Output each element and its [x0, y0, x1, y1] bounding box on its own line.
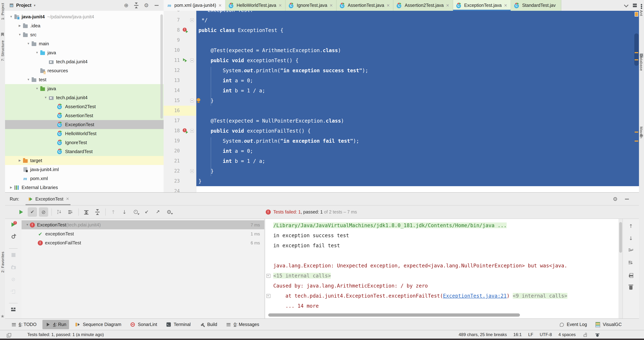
- tree-item-java-junit4-iml[interactable]: java-junit4.iml: [5, 165, 164, 174]
- tool-window-switcher-icon[interactable]: [6, 332, 12, 338]
- tree-item-assertion2test[interactable]: Assertion2Test: [5, 102, 164, 111]
- run-tab-exceptiontest[interactable]: ExceptionTest ✕: [26, 193, 71, 205]
- ant-icon[interactable]: [638, 3, 644, 9]
- sidebar-item-database[interactable]: Database: [639, 54, 644, 71]
- jump-up-icon[interactable]: [628, 223, 634, 229]
- sidebar-item-ant[interactable]: Ant: [639, 10, 644, 16]
- kill-icon[interactable]: [10, 276, 16, 282]
- tree-item-exceptiontest[interactable]: ExceptionTest: [5, 120, 164, 129]
- collapse-all-icon[interactable]: [134, 2, 139, 8]
- close-icon[interactable]: ✕: [446, 3, 450, 8]
- close-icon[interactable]: ✕: [386, 3, 390, 8]
- close-icon[interactable]: ✕: [504, 3, 507, 8]
- editor-error-stripe[interactable]: [634, 11, 639, 192]
- chevron-expanded-icon[interactable]: ▼: [34, 87, 40, 90]
- tree-item-resources[interactable]: resources: [5, 66, 164, 75]
- file-encoding[interactable]: UTF-8: [540, 332, 552, 337]
- rerun-failed-icon[interactable]: [10, 222, 16, 228]
- tab-list-icon[interactable]: [632, 2, 638, 8]
- sidebar-item-structure[interactable]: 7: Structure: [0, 40, 5, 61]
- jump-down-icon[interactable]: [628, 235, 634, 241]
- sidebar-item-favorites[interactable]: 2: Favorites: [0, 252, 5, 273]
- tab-assertiontest-java[interactable]: AssertionTest.java✕: [336, 0, 394, 11]
- rerun-play-button[interactable]: [16, 207, 26, 217]
- test-row-exceptionfailtest[interactable]: exceptionFailTest6 ms: [22, 238, 264, 247]
- project-tree-scrollbar[interactable]: [160, 14, 163, 119]
- chevron-down-icon[interactable]: ▼: [33, 4, 36, 7]
- selection-info[interactable]: 489 chars, 25 line breaks: [459, 332, 507, 337]
- expand-plus-icon[interactable]: [266, 294, 270, 298]
- sort-duration-button[interactable]: [66, 207, 75, 217]
- layout-icon[interactable]: [10, 307, 16, 312]
- code-editor[interactable]: 6 * Exception Test.7 */8public class Exc…: [164, 11, 639, 192]
- soft-wrap-icon[interactable]: [628, 248, 634, 253]
- sidebar-item-maven[interactable]: Maven: [639, 126, 644, 138]
- stop-icon[interactable]: [10, 252, 16, 258]
- tree-item-java-junit4[interactable]: ▼java-junit4~/pdai/www/java-junit4: [5, 12, 164, 21]
- project-panel-title[interactable]: Project: [16, 3, 32, 8]
- toolwindow-button-run[interactable]: 4: Run: [42, 320, 69, 329]
- tree-item-main[interactable]: ▼main: [5, 39, 164, 48]
- chevron-expanded-icon[interactable]: ▼: [9, 15, 14, 18]
- close-icon[interactable]: ✕: [218, 3, 222, 8]
- chevron-expanded-icon[interactable]: ▼: [26, 78, 31, 81]
- tree-item-tech-pdai-junit4[interactable]: ▼tech.pdai.junit4: [5, 93, 164, 102]
- chevron-collapsed-icon[interactable]: ▶: [17, 159, 22, 162]
- console-vertical-scrollbar[interactable]: [619, 222, 622, 253]
- fail-run-icon[interactable]: [182, 27, 188, 33]
- collapse-all-button[interactable]: [93, 207, 102, 217]
- indent-info[interactable]: 4 spaces: [558, 332, 576, 337]
- next-failed-button[interactable]: [120, 207, 129, 217]
- tree-item-assertiontest[interactable]: AssertionTest: [5, 111, 164, 120]
- console-output[interactable]: /Library/Java/JavaVirtualMachines/jdk1.8…: [265, 219, 618, 319]
- prev-failed-button[interactable]: [108, 207, 118, 217]
- tab-standardtest-jav[interactable]: StandardTest.jav: [511, 0, 561, 11]
- tree-item-test[interactable]: ▼test: [5, 75, 164, 84]
- history-button[interactable]: [131, 207, 140, 217]
- fold-marker-icon[interactable]: [190, 18, 194, 22]
- show-passed-button[interactable]: [28, 207, 37, 217]
- tree-item-standardtest[interactable]: StandardTest: [5, 147, 164, 156]
- stacktrace-link[interactable]: ExceptionTest.java:21: [443, 293, 507, 299]
- fold-marker-icon[interactable]: [190, 169, 194, 173]
- status-message[interactable]: Tests failed: 1, passed: 1 (a minute ago…: [27, 332, 104, 337]
- chevron-expanded-icon[interactable]: ▼: [17, 33, 22, 36]
- fold-marker-icon[interactable]: [190, 59, 194, 62]
- clear-icon[interactable]: [628, 284, 634, 290]
- fold-marker-icon[interactable]: [190, 129, 194, 133]
- settings-icon[interactable]: [144, 2, 149, 8]
- toolwindow-button-build[interactable]: Build: [196, 320, 220, 329]
- close-icon[interactable]: ✕: [278, 3, 282, 8]
- caret-position[interactable]: 16:1: [513, 332, 522, 337]
- chevron-expanded-icon[interactable]: ▼: [25, 223, 30, 226]
- settings-dd-button[interactable]: [164, 207, 174, 217]
- test-row-exceptiontest[interactable]: ▼ExceptionTest (tech.pdai.junit4)7 ms: [22, 220, 264, 229]
- chevron-collapsed-icon[interactable]: ▶: [17, 24, 22, 27]
- locate-icon[interactable]: [123, 2, 129, 8]
- pass-run-icon[interactable]: [182, 57, 188, 63]
- line-ending[interactable]: LF: [528, 332, 533, 337]
- scroll-end-icon[interactable]: [628, 260, 634, 266]
- tree-item-target[interactable]: ▶target: [5, 156, 164, 165]
- tab-exceptiontest-java[interactable]: ExceptionTest.java✕: [453, 0, 511, 11]
- test-row-exceptiontest[interactable]: exceptionTest1 ms: [22, 229, 264, 238]
- tree-item-helloworldtest[interactable]: HelloWorldTest: [5, 129, 164, 138]
- import-tests-button[interactable]: [142, 207, 152, 217]
- tree-item-java[interactable]: ▼java: [5, 48, 164, 57]
- tab-pom-xml-java-junit4[interactable]: pom.xml (java-junit4)✕: [164, 0, 226, 11]
- chevron-expanded-icon[interactable]: ▼: [34, 51, 40, 54]
- fold-marker-icon[interactable]: [190, 99, 194, 102]
- toolwindow-button-terminal[interactable]: Terminal: [163, 320, 194, 329]
- snapshot-icon[interactable]: [10, 264, 16, 270]
- toolwindow-button-sonarlint[interactable]: SonarLint: [127, 320, 160, 329]
- close-icon[interactable]: ✕: [329, 3, 333, 8]
- toolwindow-button-messages[interactable]: 0: Messages: [223, 320, 262, 329]
- tree-item-src[interactable]: ▼src: [5, 30, 164, 39]
- chevron-expanded-icon[interactable]: ▼: [43, 96, 48, 99]
- close-icon[interactable]: ✕: [66, 197, 69, 201]
- expand-all-button[interactable]: [82, 207, 91, 217]
- attach-icon[interactable]: [10, 289, 16, 294]
- hide-icon[interactable]: [624, 196, 630, 202]
- tree-item-external-libraries[interactable]: ▶External Libraries: [5, 183, 164, 192]
- console-horizontal-scrollbar[interactable]: [268, 314, 520, 317]
